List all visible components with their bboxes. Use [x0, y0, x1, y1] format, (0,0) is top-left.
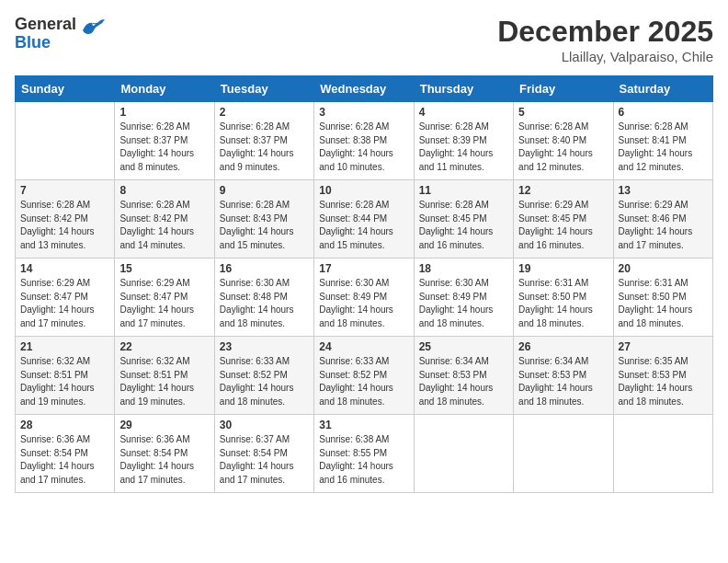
day-number: 14 — [20, 262, 109, 275]
day-info: Sunrise: 6:34 AM Sunset: 8:53 PM Dayligh… — [518, 355, 608, 408]
location-subtitle: Llaillay, Valparaiso, Chile — [497, 49, 713, 64]
day-info: Sunrise: 6:28 AM Sunset: 8:41 PM Dayligh… — [619, 121, 708, 174]
day-cell: 16Sunrise: 6:30 AM Sunset: 8:48 PM Dayli… — [214, 259, 313, 337]
day-cell: 13Sunrise: 6:29 AM Sunset: 8:46 PM Dayli… — [613, 180, 712, 259]
day-info: Sunrise: 6:28 AM Sunset: 8:37 PM Dayligh… — [119, 121, 209, 174]
day-info: Sunrise: 6:28 AM Sunset: 8:42 PM Dayligh… — [20, 199, 109, 252]
day-cell: 19Sunrise: 6:31 AM Sunset: 8:50 PM Dayli… — [514, 259, 613, 337]
day-cell: 6Sunrise: 6:28 AM Sunset: 8:41 PM Daylig… — [613, 102, 712, 180]
header-cell-friday: Friday — [514, 76, 613, 102]
day-number: 10 — [319, 184, 408, 197]
day-number: 20 — [619, 262, 708, 275]
day-cell: 22Sunrise: 6:32 AM Sunset: 8:51 PM Dayli… — [115, 337, 214, 415]
logo-general: General — [15, 15, 76, 34]
day-info: Sunrise: 6:38 AM Sunset: 8:55 PM Dayligh… — [319, 433, 408, 487]
day-cell: 17Sunrise: 6:30 AM Sunset: 8:49 PM Dayli… — [314, 259, 414, 337]
day-cell: 12Sunrise: 6:29 AM Sunset: 8:45 PM Dayli… — [514, 180, 613, 259]
page-header: General Blue December 2025 Llaillay, Val… — [15, 15, 713, 64]
day-cell: 7Sunrise: 6:28 AM Sunset: 8:42 PM Daylig… — [16, 180, 115, 259]
day-number: 18 — [419, 262, 508, 275]
day-info: Sunrise: 6:31 AM Sunset: 8:50 PM Dayligh… — [619, 277, 708, 330]
calendar-table: SundayMondayTuesdayWednesdayThursdayFrid… — [15, 75, 713, 493]
day-number: 6 — [619, 106, 708, 119]
week-row-3: 14Sunrise: 6:29 AM Sunset: 8:47 PM Dayli… — [16, 259, 713, 337]
day-number: 2 — [220, 106, 309, 119]
day-cell: 23Sunrise: 6:33 AM Sunset: 8:52 PM Dayli… — [214, 337, 313, 415]
day-number: 26 — [518, 340, 608, 353]
day-cell: 14Sunrise: 6:29 AM Sunset: 8:47 PM Dayli… — [16, 259, 115, 337]
day-number: 25 — [419, 340, 508, 353]
day-number: 27 — [619, 340, 708, 353]
day-cell: 3Sunrise: 6:28 AM Sunset: 8:38 PM Daylig… — [314, 102, 414, 180]
header-cell-thursday: Thursday — [414, 76, 513, 102]
day-number: 1 — [119, 106, 209, 119]
day-number: 31 — [319, 419, 408, 431]
header-cell-wednesday: Wednesday — [314, 76, 414, 102]
day-info: Sunrise: 6:28 AM Sunset: 8:43 PM Dayligh… — [220, 199, 309, 252]
week-row-4: 21Sunrise: 6:32 AM Sunset: 8:51 PM Dayli… — [16, 337, 713, 415]
day-cell — [613, 415, 712, 493]
day-cell: 2Sunrise: 6:28 AM Sunset: 8:37 PM Daylig… — [214, 102, 313, 180]
day-number: 16 — [220, 262, 309, 275]
day-info: Sunrise: 6:28 AM Sunset: 8:39 PM Dayligh… — [419, 121, 508, 174]
day-number: 12 — [518, 184, 608, 197]
day-cell: 4Sunrise: 6:28 AM Sunset: 8:39 PM Daylig… — [414, 102, 513, 180]
day-number: 11 — [419, 184, 508, 197]
logo-blue: Blue — [15, 34, 76, 51]
day-cell: 20Sunrise: 6:31 AM Sunset: 8:50 PM Dayli… — [613, 259, 712, 337]
calendar-header: SundayMondayTuesdayWednesdayThursdayFrid… — [16, 76, 713, 102]
day-number: 9 — [220, 184, 309, 197]
day-number: 7 — [20, 184, 109, 197]
day-info: Sunrise: 6:34 AM Sunset: 8:53 PM Dayligh… — [419, 355, 508, 408]
day-cell: 29Sunrise: 6:36 AM Sunset: 8:54 PM Dayli… — [115, 415, 214, 493]
day-info: Sunrise: 6:28 AM Sunset: 8:42 PM Dayligh… — [119, 199, 209, 252]
day-number: 23 — [220, 340, 309, 353]
day-cell: 26Sunrise: 6:34 AM Sunset: 8:53 PM Dayli… — [514, 337, 613, 415]
header-cell-monday: Monday — [115, 76, 214, 102]
day-number: 8 — [119, 184, 209, 197]
day-info: Sunrise: 6:35 AM Sunset: 8:53 PM Dayligh… — [619, 355, 708, 408]
day-cell: 8Sunrise: 6:28 AM Sunset: 8:42 PM Daylig… — [115, 180, 214, 259]
day-info: Sunrise: 6:30 AM Sunset: 8:49 PM Dayligh… — [419, 277, 508, 330]
header-cell-tuesday: Tuesday — [214, 76, 313, 102]
day-cell: 5Sunrise: 6:28 AM Sunset: 8:40 PM Daylig… — [514, 102, 613, 180]
day-number: 15 — [119, 262, 209, 275]
day-info: Sunrise: 6:36 AM Sunset: 8:54 PM Dayligh… — [119, 433, 209, 487]
day-cell: 18Sunrise: 6:30 AM Sunset: 8:49 PM Dayli… — [414, 259, 513, 337]
header-cell-sunday: Sunday — [16, 76, 115, 102]
day-info: Sunrise: 6:31 AM Sunset: 8:50 PM Dayligh… — [518, 277, 608, 330]
header-row: SundayMondayTuesdayWednesdayThursdayFrid… — [16, 76, 713, 102]
day-cell: 28Sunrise: 6:36 AM Sunset: 8:54 PM Dayli… — [16, 415, 115, 493]
day-info: Sunrise: 6:28 AM Sunset: 8:40 PM Dayligh… — [518, 121, 608, 174]
day-cell: 24Sunrise: 6:33 AM Sunset: 8:52 PM Dayli… — [314, 337, 414, 415]
day-cell: 31Sunrise: 6:38 AM Sunset: 8:55 PM Dayli… — [314, 415, 414, 493]
day-info: Sunrise: 6:29 AM Sunset: 8:47 PM Dayligh… — [119, 277, 209, 330]
week-row-2: 7Sunrise: 6:28 AM Sunset: 8:42 PM Daylig… — [16, 180, 713, 259]
day-number: 19 — [518, 262, 608, 275]
day-cell: 11Sunrise: 6:28 AM Sunset: 8:45 PM Dayli… — [414, 180, 513, 259]
logo-text: General Blue — [15, 15, 76, 51]
day-cell — [414, 415, 513, 493]
day-info: Sunrise: 6:29 AM Sunset: 8:45 PM Dayligh… — [518, 199, 608, 252]
day-cell: 9Sunrise: 6:28 AM Sunset: 8:43 PM Daylig… — [214, 180, 313, 259]
day-cell: 30Sunrise: 6:37 AM Sunset: 8:54 PM Dayli… — [214, 415, 313, 493]
title-block: December 2025 Llaillay, Valparaiso, Chil… — [497, 15, 713, 64]
day-info: Sunrise: 6:37 AM Sunset: 8:54 PM Dayligh… — [220, 433, 309, 487]
day-number: 29 — [119, 419, 209, 431]
day-cell: 10Sunrise: 6:28 AM Sunset: 8:44 PM Dayli… — [314, 180, 414, 259]
day-number: 5 — [518, 106, 608, 119]
logo-bird-icon — [79, 17, 105, 41]
day-number: 30 — [220, 419, 309, 431]
day-info: Sunrise: 6:28 AM Sunset: 8:45 PM Dayligh… — [419, 199, 508, 252]
day-cell — [16, 102, 115, 180]
day-info: Sunrise: 6:32 AM Sunset: 8:51 PM Dayligh… — [119, 355, 209, 408]
day-cell: 27Sunrise: 6:35 AM Sunset: 8:53 PM Dayli… — [613, 337, 712, 415]
logo: General Blue — [15, 15, 105, 51]
day-info: Sunrise: 6:29 AM Sunset: 8:47 PM Dayligh… — [20, 277, 109, 330]
day-number: 28 — [20, 419, 109, 431]
day-info: Sunrise: 6:28 AM Sunset: 8:38 PM Dayligh… — [319, 121, 408, 174]
day-info: Sunrise: 6:33 AM Sunset: 8:52 PM Dayligh… — [319, 355, 408, 408]
day-info: Sunrise: 6:28 AM Sunset: 8:44 PM Dayligh… — [319, 199, 408, 252]
day-number: 17 — [319, 262, 408, 275]
day-info: Sunrise: 6:36 AM Sunset: 8:54 PM Dayligh… — [20, 433, 109, 487]
